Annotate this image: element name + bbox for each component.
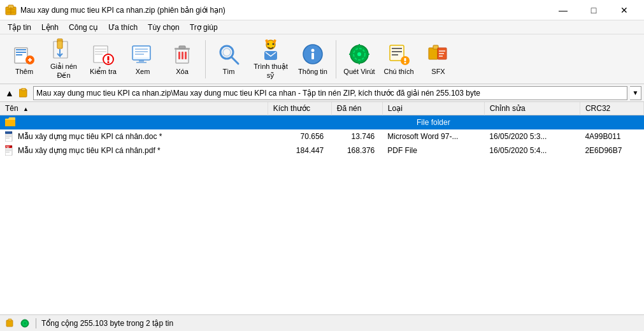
table-row[interactable]: File folder <box>0 115 644 130</box>
cell-packed: 168.376 <box>331 143 382 158</box>
svg-rect-11 <box>29 58 31 62</box>
status-icon-2 <box>19 318 31 329</box>
tim-icon <box>217 42 241 66</box>
minimize-button[interactable]: — <box>548 1 578 19</box>
cell-packed <box>331 115 382 130</box>
menu-taptin[interactable]: Tập tin <box>3 22 36 33</box>
tool-them-button[interactable]: Thêm <box>5 38 43 81</box>
tool-xem-button[interactable]: Xem <box>124 38 162 81</box>
svg-rect-21 <box>108 61 110 63</box>
svg-rect-51 <box>392 48 402 49</box>
address-text[interactable]: Mau xay dung muc tieu KPI ca nhan.zip\Ma… <box>33 86 627 100</box>
app-icon <box>5 4 17 16</box>
svg-rect-17 <box>95 51 106 52</box>
cell-modified <box>484 115 580 130</box>
doc-icon <box>5 131 15 142</box>
cell-crc32: 4A99B011 <box>580 129 643 143</box>
tool-chuthich-button[interactable]: Chú thích <box>380 38 418 81</box>
svg-rect-20 <box>108 56 110 61</box>
col-header-type[interactable]: Loại <box>382 102 484 115</box>
svg-rect-68 <box>6 135 11 135</box>
svg-point-40 <box>273 43 275 45</box>
svg-rect-69 <box>6 136 11 137</box>
chuthich-icon <box>387 42 411 66</box>
svg-rect-33 <box>182 52 183 59</box>
title-bar: Mau xay dung muc tieu KPI ca nhan.zip (p… <box>0 0 644 20</box>
file-list: Tên ▲ Kích thước Đã nén Loại Chỉnh sửa C… <box>0 102 644 314</box>
xem-icon <box>131 42 155 66</box>
menu-trogiup[interactable]: Trợ giúp <box>185 22 223 33</box>
them-icon <box>12 42 36 66</box>
maximize-button[interactable]: □ <box>579 1 608 19</box>
trinhthuat-icon <box>259 38 283 61</box>
svg-rect-80 <box>8 319 11 321</box>
tool-kiemtra-button[interactable]: Kiểm tra <box>84 38 122 81</box>
menu-lenh[interactable]: Lệnh <box>36 22 64 33</box>
svg-point-39 <box>268 43 269 45</box>
them-label: Thêm <box>15 68 33 76</box>
svg-rect-6 <box>16 49 26 50</box>
col-header-name[interactable]: Tên ▲ <box>0 102 268 115</box>
svg-rect-7 <box>16 52 26 53</box>
cell-name <box>0 115 268 130</box>
svg-rect-14 <box>57 41 62 48</box>
col-header-modified[interactable]: Chỉnh sửa <box>484 102 580 115</box>
tool-trinhthuat-button[interactable]: Trình thuật sỹ <box>249 38 292 81</box>
svg-rect-76 <box>6 151 11 151</box>
cell-size: 70.656 <box>268 129 331 143</box>
menu-tuychon[interactable]: Tùy chọn <box>143 22 185 33</box>
svg-rect-55 <box>404 58 406 61</box>
svg-rect-28 <box>136 62 147 63</box>
svg-point-49 <box>357 52 361 56</box>
tool-giainenden-button[interactable]: Giải nén Đến <box>45 38 83 81</box>
xoa-label: Xóa <box>176 68 189 76</box>
address-bar: ▲ Mau xay dung muc tieu KPI ca nhan.zip\… <box>0 84 644 102</box>
quetvirut-icon <box>347 42 371 66</box>
tool-sfx-button[interactable]: SFX <box>419 38 457 81</box>
svg-rect-31 <box>179 46 185 48</box>
svg-rect-64 <box>22 88 25 91</box>
cell-size <box>268 115 331 130</box>
main-area: Tên ▲ Kích thước Đã nén Loại Chỉnh sửa C… <box>0 102 644 314</box>
tool-xoa-button[interactable]: Xóa <box>163 38 201 81</box>
svg-rect-79 <box>6 320 13 327</box>
col-header-size[interactable]: Kích thước <box>268 102 331 115</box>
svg-rect-70 <box>6 138 10 138</box>
cell-crc32 <box>580 115 643 130</box>
cell-modified: 16/05/2020 5:3... <box>484 129 580 143</box>
table-row[interactable]: Mẫu xây dựng mục tiêu KPI cá nhân.doc * … <box>0 129 644 143</box>
svg-rect-32 <box>178 52 180 59</box>
menu-uathich[interactable]: Ưa thích <box>103 22 143 33</box>
address-dropdown[interactable]: ▼ <box>630 86 641 100</box>
col-header-crc32[interactable]: CRC32 <box>580 102 643 115</box>
xem-label: Xem <box>136 68 150 76</box>
menu-bar: Tập tin Lệnh Công cụ Ưa thích Tùy chọn T… <box>0 20 644 34</box>
svg-rect-52 <box>392 51 402 52</box>
toolbar: Thêm Giải nén Đến Kiểm tr <box>0 34 644 84</box>
status-divider <box>36 318 36 328</box>
trinhthuat-label: Trình thuật sỹ <box>251 63 290 79</box>
thongtin-icon <box>301 42 325 66</box>
tool-tim-button[interactable]: Tìm <box>210 38 248 81</box>
svg-rect-77 <box>6 152 10 152</box>
col-header-packed[interactable]: Đã nén <box>331 102 382 115</box>
close-button[interactable]: ✕ <box>610 1 639 19</box>
up-button[interactable]: ▲ <box>3 86 17 100</box>
svg-rect-27 <box>139 60 144 62</box>
cell-name: Mẫu xây dựng mục tiêu KPI cá nhân.doc * <box>0 129 268 143</box>
zip-file-icon <box>19 88 31 98</box>
svg-rect-8 <box>16 54 22 55</box>
svg-rect-34 <box>185 52 187 59</box>
cell-type: PDF File <box>382 143 484 158</box>
menu-congtcu[interactable]: Công cụ <box>64 22 103 33</box>
status-text: Tổng cộng 255.103 byte trong 2 tập tin <box>41 319 173 328</box>
cell-crc32: 2E6D96B7 <box>580 143 643 158</box>
svg-rect-75 <box>6 149 11 149</box>
sfx-label: SFX <box>431 68 445 76</box>
table-row[interactable]: PDF Mẫu xây dựng mục tiêu KPI cá nhân.pd… <box>0 143 644 158</box>
sfx-icon <box>426 42 450 66</box>
svg-rect-25 <box>135 51 148 52</box>
tool-quetvirut-button[interactable]: Quét Virút <box>340 38 378 81</box>
folder-icon <box>5 117 15 128</box>
tool-thongtin-button[interactable]: Thông tin <box>294 38 332 81</box>
